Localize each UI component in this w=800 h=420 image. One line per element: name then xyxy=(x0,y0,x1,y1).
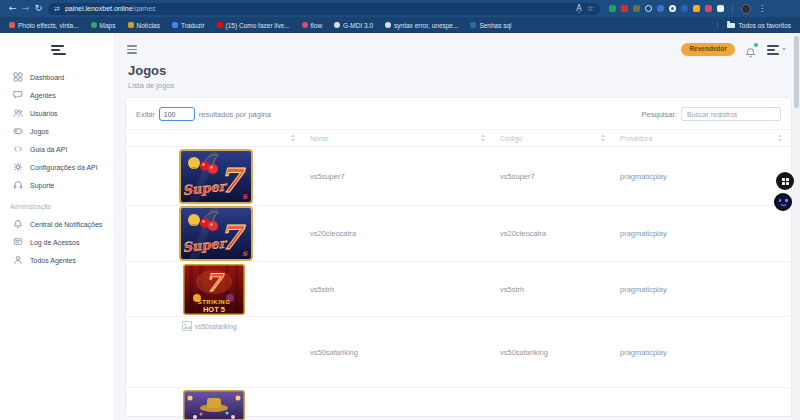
sidebar-item-jogos[interactable]: Jogos xyxy=(0,122,114,140)
bell-icon xyxy=(13,219,23,229)
extension-icon[interactable] xyxy=(645,5,652,12)
notifications-button[interactable] xyxy=(745,44,757,56)
main-content: Revendedor Jogos Lista de jogos xyxy=(115,33,800,420)
user-menu-button[interactable] xyxy=(767,45,786,55)
game-thumbnail-super7s: 7 Super s xyxy=(179,149,253,204)
sidebar-item-guia-api[interactable]: Guia da API xyxy=(0,140,114,158)
sidebar-item-dashboard[interactable]: Dashboard xyxy=(0,68,114,86)
bookmark-item[interactable]: Photo effects, vinta... xyxy=(9,22,79,29)
bookmark-item[interactable]: Senhas sql xyxy=(470,22,511,29)
sidebar-item-central-notificacoes[interactable]: Central de Notificações xyxy=(0,215,114,233)
sidebar-item-todos-agentes[interactable]: Todos Agentes xyxy=(0,251,114,269)
sidebar-item-usuarios[interactable]: Usuários xyxy=(0,104,114,122)
show-label: Exibir xyxy=(136,110,155,119)
log-icon xyxy=(13,237,23,247)
sidebar-section-administracao: Administração xyxy=(0,194,114,215)
sidebar-item-config-api[interactable]: Configurações da API xyxy=(0,158,114,176)
extensions-puzzle-icon[interactable] xyxy=(717,5,724,12)
url-text: painel.lenoxbet.online/games xyxy=(65,5,571,12)
profile-avatar[interactable] xyxy=(741,4,751,14)
extension-icon[interactable] xyxy=(681,5,688,12)
table-row[interactable]: 7 Super s vs5super7 vs5super7 pragmaticp… xyxy=(126,147,791,206)
image-alt-text: vs50safariking xyxy=(195,323,237,330)
games-card: Exibir resultados por página Pesquisar: xyxy=(125,97,792,417)
bookmark-item[interactable]: G-MDI 3.0 xyxy=(334,22,373,29)
cell-provedora: pragmaticplay xyxy=(614,147,791,206)
cell-nome: vs5super7 xyxy=(304,147,494,206)
cell-codigo: vs20cleocatra xyxy=(494,206,614,262)
sort-icon xyxy=(481,134,485,142)
column-header-nome[interactable]: Nome xyxy=(304,130,494,147)
extension-icon[interactable] xyxy=(609,5,616,12)
scrollbar-thumb[interactable] xyxy=(794,36,799,108)
table-row[interactable]: 7 Super s vs20cleocatra vs20cleocatra pr… xyxy=(126,206,791,262)
cell-nome: vs20cleocatra xyxy=(304,206,494,262)
translate-icon[interactable]: A̩ xyxy=(576,4,581,13)
extension-icon[interactable] xyxy=(657,5,664,12)
games-table: Nome Código Provedora xyxy=(126,129,791,420)
column-header-provedora[interactable]: Provedora xyxy=(614,130,791,147)
cell-provedora xyxy=(614,388,791,420)
table-row[interactable]: 7 STRIKING HOT 5 vs5strh vs5strh pragmat… xyxy=(126,262,791,317)
bookmark-item[interactable]: Notícias xyxy=(128,22,160,29)
bookmark-item[interactable]: flow xyxy=(302,22,323,29)
game-thumbnail-partial xyxy=(183,390,245,420)
browser-menu-icon[interactable]: ⋮ xyxy=(756,4,768,13)
column-header-image[interactable] xyxy=(126,130,304,147)
table-row[interactable] xyxy=(126,388,791,420)
sidebar-item-agentes[interactable]: Agentes xyxy=(0,86,114,104)
menu-toggle-icon[interactable] xyxy=(127,45,137,54)
bookmark-item[interactable]: (15) Como fazer live... xyxy=(217,22,290,29)
page-scrollbar[interactable] xyxy=(793,33,800,420)
extension-icon[interactable] xyxy=(621,5,628,12)
gamepad-icon xyxy=(13,126,23,136)
code-icon xyxy=(13,144,23,154)
notification-dot xyxy=(754,43,758,47)
extension-icon[interactable] xyxy=(705,5,712,12)
broken-image-icon xyxy=(182,321,192,331)
table-row[interactable]: vs50safariking vs50safariking vs50safari… xyxy=(126,317,791,388)
bookmark-star-icon[interactable]: ☆ xyxy=(587,4,594,13)
gear-icon xyxy=(13,162,23,172)
per-page-label: resultados por página xyxy=(199,110,271,119)
sidebar-item-log-acessos[interactable]: Log de Acessos xyxy=(0,233,114,251)
sidebar-item-suporte[interactable]: Suporte xyxy=(0,176,114,194)
widget-grid-icon xyxy=(782,178,789,185)
extension-icon[interactable] xyxy=(669,5,676,12)
sort-icon xyxy=(601,134,605,142)
user-menu-icon xyxy=(767,45,779,55)
forward-icon[interactable]: → xyxy=(19,0,32,17)
page-subtitle: Lista de jogos xyxy=(128,81,788,90)
page-header: Jogos Lista de jogos xyxy=(115,57,800,90)
extension-icon[interactable] xyxy=(633,5,640,12)
app-logo xyxy=(0,40,114,60)
bookmark-item[interactable]: syntax error, unespe... xyxy=(385,22,458,29)
sidebar: Dashboard Agentes Usuários Jogos Guia da… xyxy=(0,33,115,420)
sort-icon xyxy=(291,134,295,142)
floating-widget-recorder[interactable] xyxy=(776,172,794,190)
bookmark-item[interactable]: Traduzir xyxy=(172,22,205,29)
cell-nome: vs50safariking xyxy=(304,317,494,388)
search-input[interactable] xyxy=(681,107,781,121)
all-bookmarks-button[interactable]: Todos os favoritos xyxy=(717,22,791,29)
back-icon[interactable]: ← xyxy=(6,0,19,17)
bookmarks-bar: Photo effects, vinta... Maps Notícias Tr… xyxy=(0,17,800,33)
site-settings-icon[interactable]: ⇄ xyxy=(54,5,60,13)
cell-provedora: pragmaticplay xyxy=(614,262,791,317)
cell-provedora: pragmaticplay xyxy=(614,206,791,262)
column-header-codigo[interactable]: Código xyxy=(494,130,614,147)
page-size-input[interactable] xyxy=(159,107,195,121)
address-bar[interactable]: ⇄ painel.lenoxbet.online/games A̩ ☆ xyxy=(48,3,600,15)
cell-provedora: pragmaticplay xyxy=(614,317,791,388)
bookmark-item[interactable]: Maps xyxy=(91,22,116,29)
floating-widget-assistant[interactable] xyxy=(774,193,792,211)
browser-toolbar: ← → ↻ ⇄ painel.lenoxbet.online/games A̩ … xyxy=(0,0,800,17)
table-controls: Exibir resultados por página Pesquisar: xyxy=(126,98,791,129)
users-icon xyxy=(13,108,23,118)
browser-window: ← → ↻ ⇄ painel.lenoxbet.online/games A̩ … xyxy=(0,0,800,420)
cell-nome xyxy=(304,388,494,420)
reload-icon[interactable]: ↻ xyxy=(32,0,45,17)
admin-panel: Dashboard Agentes Usuários Jogos Guia da… xyxy=(0,33,800,420)
user-icon xyxy=(13,255,23,265)
extension-icon[interactable] xyxy=(693,5,700,12)
